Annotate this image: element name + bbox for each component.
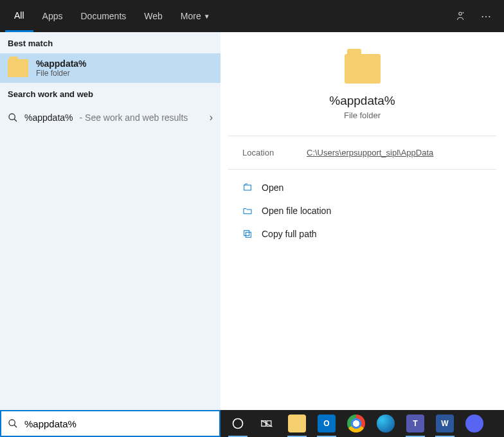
results-panel: Best match %appdata% File folder Search … [0,32,221,410]
tab-all[interactable]: All [5,0,33,32]
folder-icon [8,59,28,77]
task-view-icon[interactable] [254,410,281,437]
svg-point-6 [9,420,15,425]
preview-panel: %appdata% File folder Location C:\Users\… [221,32,504,410]
svg-line-7 [14,425,17,427]
copy-icon [242,229,253,239]
search-tabs: All Apps Documents Web More▼ ⋯ [0,0,504,32]
discord-icon[interactable] [461,410,488,437]
file-explorer-icon[interactable] [284,410,310,437]
svg-rect-5 [244,231,249,236]
preview-title: %appdata% [228,94,496,108]
folder-open-icon [242,206,253,216]
web-query: %appdata% [24,112,73,123]
svg-line-2 [14,119,17,121]
web-hint: - See work and web results [80,112,188,123]
svg-point-1 [9,114,15,120]
word-icon[interactable]: W [431,410,458,437]
web-result-item[interactable]: %appdata% - See work and web results › [0,104,221,131]
outlook-icon[interactable]: O [313,410,340,437]
chrome-icon[interactable] [343,410,370,437]
action-open-location[interactable]: Open file location [237,199,487,222]
open-icon [242,183,253,193]
action-copy-path[interactable]: Copy full path [237,222,487,245]
action-open[interactable]: Open [237,176,487,199]
location-value[interactable]: C:\Users\erpsupport_sipl\AppData [307,148,433,157]
edge-icon[interactable] [372,410,399,437]
result-title: %appdata% [36,58,87,69]
svg-rect-4 [246,232,251,237]
result-appdata-folder[interactable]: %appdata% File folder [0,53,221,83]
search-box[interactable] [0,410,221,437]
tab-documents[interactable]: Documents [71,0,135,32]
folder-icon [345,54,381,84]
chevron-down-icon: ▼ [204,13,210,20]
section-best-match: Best match [0,32,221,53]
result-subtitle: File folder [36,69,87,78]
taskbar: O T W [221,410,504,437]
cortana-icon[interactable] [224,410,251,437]
more-options-icon[interactable]: ⋯ [473,0,499,32]
svg-point-8 [233,419,243,429]
preview-subtitle: File folder [228,111,496,120]
tab-web[interactable]: Web [135,0,172,32]
search-icon [8,112,18,123]
section-search-web: Search work and web [0,83,221,104]
location-label: Location [242,148,307,157]
search-input[interactable] [24,418,213,429]
teams-icon[interactable]: T [402,410,429,437]
search-icon [8,418,18,429]
svg-point-0 [459,12,462,15]
tab-apps[interactable]: Apps [33,0,72,32]
svg-rect-3 [244,185,251,190]
chevron-right-icon: › [210,112,213,123]
feedback-icon[interactable] [447,0,473,32]
tab-more[interactable]: More▼ [172,0,219,32]
